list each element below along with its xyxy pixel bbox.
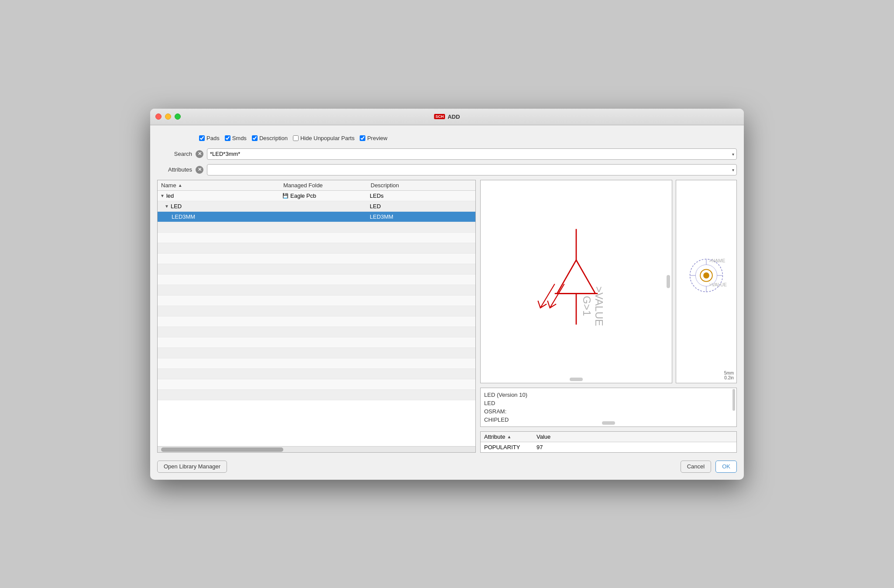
component-info-panel: LED (Version 10) LED OSRAM: CHIPLED [480, 388, 737, 427]
search-clear-button[interactable]: ✕ [196, 150, 203, 158]
bottom-row: Open Library Manager Cancel OK [157, 457, 737, 473]
component-tree-panel: Name ▲ Managed Folde Description [157, 180, 476, 453]
info-line-3: OSRAM: [484, 408, 733, 415]
info-line-1: LED (Version 10) [484, 392, 733, 398]
svg-rect-0 [481, 190, 672, 372]
tree-row[interactable]: LED3MM LED3MM [158, 212, 475, 222]
tree-row [158, 222, 475, 233]
filter-checkboxes: Pads Smds Description Hide Unpopular Par… [199, 135, 387, 141]
tree-row-desc: LED3MM [367, 212, 475, 221]
hide-unpopular-checkbox[interactable] [293, 135, 299, 141]
attributes-input-wrap: ▾ [207, 164, 737, 175]
preview-checkbox[interactable] [360, 135, 365, 141]
tree-row-managed: 💾 Eagle Pcb [280, 191, 367, 200]
tree-body[interactable]: ▼ led 💾 Eagle Pcb LEDs ▼ LED [158, 191, 475, 446]
smds-checkbox[interactable] [225, 135, 230, 141]
info-scrollbar-thumb[interactable] [732, 389, 735, 411]
vertical-scroll-handle[interactable] [667, 275, 670, 288]
svg-point-13 [703, 272, 709, 279]
tree-row [158, 243, 475, 254]
tree-row [158, 337, 475, 348]
description-checkbox[interactable] [252, 135, 258, 141]
hide-unpopular-filter[interactable]: Hide Unpopular Parts [293, 135, 354, 141]
close-button[interactable] [155, 113, 162, 120]
right-panel: G>1 >VALUE [480, 180, 737, 453]
horizontal-scrollbar[interactable] [158, 446, 475, 452]
svg-text:>VALUE: >VALUE [593, 286, 605, 326]
attributes-label: Attributes [157, 166, 192, 173]
tree-row [158, 390, 475, 400]
open-library-manager-button[interactable]: Open Library Manager [157, 461, 227, 473]
description-filter[interactable]: Description [252, 135, 288, 141]
attribute-sort-icon[interactable]: ▲ [507, 434, 511, 439]
row-name-text: LED3MM [172, 213, 195, 220]
search-input[interactable] [207, 148, 737, 160]
sch-badge: SCH [434, 114, 445, 119]
attributes-table: Attribute ▲ Value POPULARITY 97 [480, 431, 737, 453]
tree-row [158, 275, 475, 285]
scrollbar-thumb[interactable] [161, 447, 283, 452]
tree-row[interactable]: ▼ LED LED [158, 201, 475, 212]
main-panels: Name ▲ Managed Folde Description [157, 180, 737, 453]
smds-label: Smds [232, 135, 247, 141]
tree-row [158, 316, 475, 327]
managed-column-label: Managed Folde [283, 182, 323, 189]
preview-label: Preview [367, 135, 387, 141]
tree-row-desc: LED [367, 202, 475, 211]
horizontal-scroll-handle[interactable] [570, 378, 583, 381]
pads-filter[interactable]: Pads [199, 135, 220, 141]
attr-name-cell: POPULARITY [484, 444, 536, 450]
maximize-button[interactable] [175, 113, 181, 120]
expand-icon[interactable]: ▼ [160, 193, 165, 198]
search-label: Search [157, 151, 192, 157]
ok-button[interactable]: OK [715, 461, 737, 473]
tree-row[interactable]: ▼ led 💾 Eagle Pcb LEDs [158, 191, 475, 201]
attr-table-row: POPULARITY 97 [481, 442, 736, 452]
search-input-wrap: ▾ [207, 148, 737, 160]
svg-text:>VALUE: >VALUE [709, 282, 727, 287]
desc-column-label: Description [371, 182, 399, 189]
dialog-buttons: Cancel OK [681, 461, 737, 473]
search-dropdown-icon[interactable]: ▾ [732, 151, 734, 156]
row-name-text: LED [171, 203, 182, 210]
tree-row [158, 254, 475, 264]
attribute-column-header: Attribute ▲ [484, 433, 536, 440]
preview-filter[interactable]: Preview [360, 135, 387, 141]
tree-row [158, 285, 475, 296]
schematic-preview[interactable]: G>1 >VALUE [480, 180, 672, 383]
filters-row: Pads Smds Description Hide Unpopular Par… [157, 132, 737, 144]
tree-row [158, 369, 475, 379]
pads-checkbox[interactable] [199, 135, 205, 141]
svg-text:G>1: G>1 [581, 296, 593, 316]
tree-row-name: ▼ led [158, 191, 280, 200]
info-line-2: LED [484, 400, 733, 406]
hide-unpopular-label: Hide Unpopular Parts [300, 135, 354, 141]
info-scrollbar[interactable] [732, 389, 736, 426]
cancel-button[interactable]: Cancel [681, 461, 711, 473]
tree-row [158, 264, 475, 275]
titlebar: SCH ADD [150, 109, 744, 125]
smds-filter[interactable]: Smds [225, 135, 247, 141]
attributes-dropdown-icon[interactable]: ▾ [732, 167, 734, 172]
tree-row [158, 348, 475, 358]
attr-table-header: Attribute ▲ Value [481, 432, 736, 442]
minimize-button[interactable] [165, 113, 171, 120]
name-sort-icon[interactable]: ▲ [178, 183, 182, 188]
description-label: Description [259, 135, 288, 141]
tree-row-managed [280, 215, 367, 218]
value-header-label: Value [536, 433, 550, 440]
attributes-clear-button[interactable]: ✕ [196, 166, 203, 174]
tree-row [158, 379, 475, 390]
expand-icon[interactable]: ▼ [165, 204, 169, 209]
attributes-input[interactable] [207, 164, 737, 175]
pads-label: Pads [206, 135, 220, 141]
content-area: Pads Smds Description Hide Unpopular Par… [150, 125, 744, 480]
footprint-preview[interactable]: >NAME >VALUE 5mm 0.2in [676, 180, 737, 383]
tree-row [158, 296, 475, 306]
main-window: SCH ADD Pads Smds Description [150, 109, 744, 480]
tree-row-name: ▼ LED [158, 202, 280, 211]
info-horizontal-handle[interactable] [602, 421, 615, 425]
tree-row [158, 233, 475, 243]
svg-text:>NAME: >NAME [709, 258, 726, 263]
name-column-label: Name [161, 182, 176, 189]
